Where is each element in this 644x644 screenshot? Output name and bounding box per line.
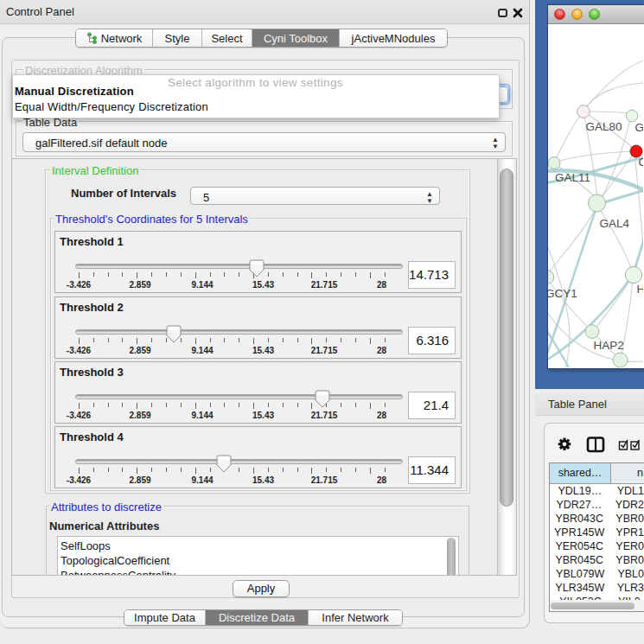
- svg-text:GAL80: GAL80: [585, 120, 622, 133]
- svg-text:GCY1: GCY1: [548, 287, 577, 300]
- svg-text:C: C: [639, 156, 644, 169]
- svg-text:GAL4: GAL4: [599, 217, 629, 230]
- svg-text:H: H: [637, 283, 644, 296]
- svg-text:GAL11: GAL11: [555, 171, 590, 184]
- svg-text:GA: GA: [634, 121, 643, 134]
- svg-text:HAP2: HAP2: [593, 339, 623, 352]
